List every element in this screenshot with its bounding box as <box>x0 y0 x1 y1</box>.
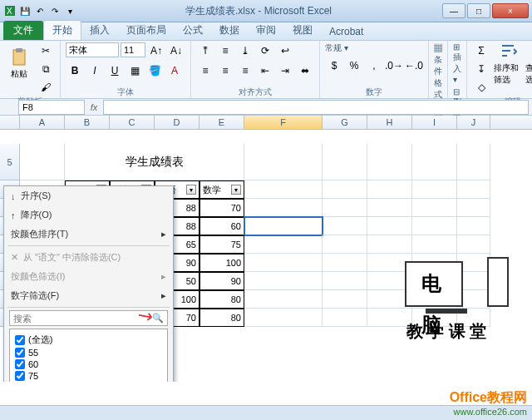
cell[interactable] <box>412 235 457 254</box>
font-color-icon[interactable]: A <box>165 62 184 79</box>
find-select-button[interactable]: 查找和选择 <box>525 42 532 86</box>
tab-home[interactable]: 开始 <box>43 20 81 40</box>
paste-button[interactable]: 粘贴 <box>5 42 33 86</box>
cell[interactable] <box>367 235 412 254</box>
sort-filter-button[interactable]: 排序和筛选 <box>494 42 522 86</box>
cell[interactable] <box>457 199 490 217</box>
save-icon[interactable]: 💾 <box>18 4 32 17</box>
cell[interactable] <box>457 144 490 180</box>
cell[interactable] <box>244 235 323 254</box>
minimize-button[interactable]: — <box>442 3 466 18</box>
cell[interactable] <box>323 272 367 290</box>
redo-icon[interactable]: ↷ <box>48 4 62 17</box>
cut-icon[interactable]: ✂ <box>37 42 55 59</box>
cell[interactable] <box>367 217 412 235</box>
cell-math[interactable]: 60 <box>200 217 244 235</box>
cell[interactable] <box>323 290 367 309</box>
cell-math[interactable]: 90 <box>200 272 244 290</box>
indent-dec-icon[interactable]: ⇤ <box>256 62 274 79</box>
cell[interactable] <box>323 180 367 199</box>
header-math[interactable]: 数学▾ <box>200 180 244 199</box>
cell[interactable] <box>244 144 323 180</box>
align-right-icon[interactable]: ≡ <box>236 62 254 79</box>
maximize-button[interactable]: □ <box>467 3 490 18</box>
tab-insert[interactable]: 插入 <box>81 21 118 40</box>
cell[interactable] <box>323 309 367 327</box>
font-size-input[interactable] <box>121 42 145 57</box>
clear-icon[interactable]: ◇ <box>472 79 490 96</box>
cell[interactable] <box>244 272 323 290</box>
cell[interactable] <box>412 180 457 199</box>
select-all-corner[interactable] <box>0 116 20 129</box>
sort-desc-item[interactable]: ↑降序(O) <box>4 205 173 225</box>
cell[interactable] <box>244 180 323 199</box>
filter-icon[interactable]: ▾ <box>186 185 196 195</box>
cell[interactable] <box>323 254 367 272</box>
comma-icon[interactable]: , <box>365 57 383 74</box>
sort-asc-item[interactable]: ↓升序(S) <box>4 186 173 205</box>
col-header-B[interactable]: B <box>65 116 110 129</box>
cell[interactable] <box>457 180 490 199</box>
col-header-G[interactable]: G <box>323 116 367 129</box>
percent-icon[interactable]: % <box>345 57 363 74</box>
filter-search-input[interactable] <box>13 314 152 324</box>
sort-color-item[interactable]: 按颜色排序(T)▸ <box>4 225 173 244</box>
cell-math[interactable]: 100 <box>200 254 244 272</box>
formula-input[interactable] <box>103 100 529 115</box>
qat-dropdown-icon[interactable]: ▾ <box>63 4 76 17</box>
cell[interactable] <box>367 199 412 217</box>
filter-check-all[interactable]: (全选) <box>13 333 164 347</box>
cell[interactable] <box>412 199 457 217</box>
cell[interactable] <box>457 217 490 235</box>
align-bottom-icon[interactable]: ⤓ <box>236 42 254 59</box>
italic-icon[interactable]: I <box>86 62 104 79</box>
tab-acrobat[interactable]: Acrobat <box>321 23 372 40</box>
tab-data[interactable]: 数据 <box>211 21 248 40</box>
cell[interactable] <box>323 144 367 180</box>
cell[interactable] <box>367 180 412 199</box>
decrease-font-icon[interactable]: A↓ <box>167 42 185 59</box>
border-icon[interactable]: ▦ <box>126 62 144 79</box>
close-button[interactable]: × <box>492 3 529 18</box>
cell[interactable] <box>457 235 490 254</box>
fill-color-icon[interactable]: 🪣 <box>145 62 164 79</box>
cell[interactable] <box>367 144 412 180</box>
autosum-icon[interactable]: Σ <box>472 42 490 59</box>
cell[interactable] <box>323 235 367 254</box>
copy-icon[interactable]: ⧉ <box>37 61 55 77</box>
cell-math[interactable]: 80 <box>200 309 244 327</box>
row-header-5[interactable]: 5 <box>0 144 20 180</box>
tab-formula[interactable]: 公式 <box>175 21 211 40</box>
align-left-icon[interactable]: ≡ <box>196 62 214 79</box>
font-name-input[interactable] <box>66 42 119 57</box>
tab-review[interactable]: 审阅 <box>248 21 284 40</box>
cell-math[interactable]: 70 <box>200 199 244 217</box>
cell-math[interactable]: 75 <box>200 235 244 254</box>
filter-icon[interactable]: ▾ <box>231 185 241 195</box>
indent-inc-icon[interactable]: ⇥ <box>276 62 294 79</box>
col-header-D[interactable]: D <box>155 116 200 129</box>
cell[interactable] <box>323 217 367 235</box>
currency-icon[interactable]: $ <box>325 57 343 74</box>
cell[interactable] <box>412 217 457 235</box>
tab-view[interactable]: 视图 <box>284 21 321 40</box>
col-header-A[interactable]: A <box>20 116 65 129</box>
tab-file[interactable]: 文件 <box>3 21 43 40</box>
cell[interactable] <box>244 217 323 235</box>
dec-decimal-icon[interactable]: ←.0 <box>405 57 423 74</box>
filter-check-item[interactable]: 60 <box>13 358 164 370</box>
bold-icon[interactable]: B <box>66 62 84 79</box>
orientation-icon[interactable]: ⟳ <box>256 42 274 59</box>
underline-icon[interactable]: U <box>106 62 124 79</box>
inc-decimal-icon[interactable]: .0→ <box>385 57 403 74</box>
col-header-I[interactable]: I <box>412 116 457 129</box>
number-format-dropdown[interactable]: 常规 ▾ <box>325 42 348 54</box>
cell[interactable] <box>412 144 457 180</box>
filter-check-item[interactable]: 55 <box>13 347 164 358</box>
cell[interactable] <box>244 199 323 217</box>
fill-icon[interactable]: ↧ <box>472 61 490 77</box>
merge-icon[interactable]: ⬌ <box>296 62 314 79</box>
format-painter-icon[interactable]: 🖌 <box>37 79 55 96</box>
align-center-icon[interactable]: ≡ <box>216 62 234 79</box>
undo-icon[interactable]: ↶ <box>33 4 47 17</box>
